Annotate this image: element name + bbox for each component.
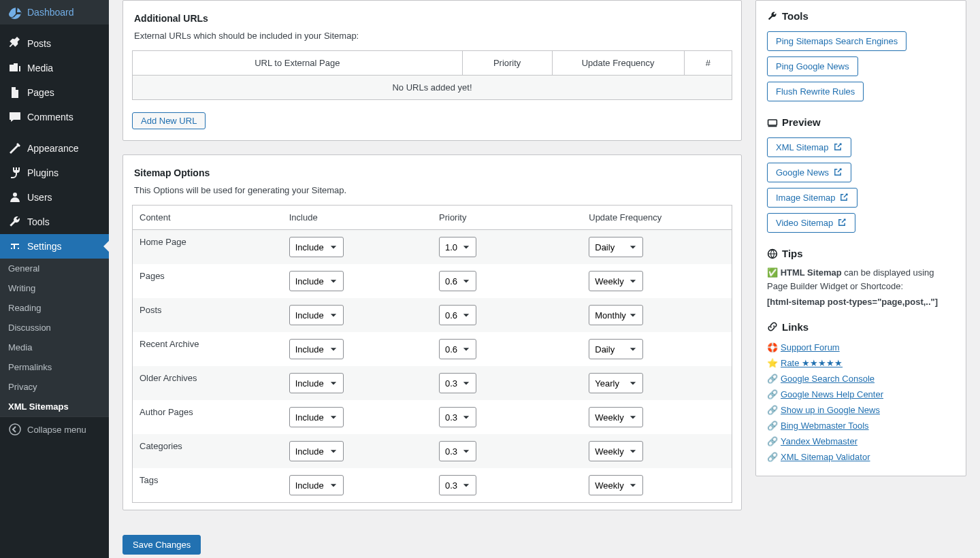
sidebar-item-plugins[interactable]: Plugins: [0, 161, 109, 185]
sidebar-item-label: Media: [27, 63, 53, 73]
preview-icon: [767, 117, 778, 128]
external-link[interactable]: Support Forum: [781, 342, 840, 352]
sidebar-item-users[interactable]: Users: [0, 185, 109, 210]
include-select[interactable]: Include: [289, 237, 344, 257]
external-link-icon: [833, 142, 843, 152]
sidebar-item-label: Users: [27, 192, 52, 203]
sidebar-item-label: Plugins: [27, 167, 59, 178]
sidebar-item-dashboard[interactable]: Dashboard: [0, 0, 109, 24]
col-include: Include: [282, 206, 432, 230]
sidebar-item-pages[interactable]: Pages: [0, 80, 109, 105]
external-link[interactable]: Google News Help Center: [781, 389, 883, 399]
sidebar-item-appearance[interactable]: Appearance: [0, 136, 109, 161]
box-description: External URLs which should be included i…: [123, 29, 741, 48]
sidebar-item-label: Dashboard: [27, 7, 74, 18]
table-row: CategoriesInclude0.3Weekly: [133, 434, 732, 468]
ping-sitemaps-button[interactable]: Ping Sitemaps Search Engines: [767, 31, 906, 51]
preview-heading: Preview: [767, 116, 955, 128]
right-sidebar: Tools Ping Sitemaps Search Engines Ping …: [755, 0, 980, 558]
submenu-discussion[interactable]: Discussion: [0, 318, 109, 338]
ping-google-news-button[interactable]: Ping Google News: [767, 56, 858, 76]
submenu-writing[interactable]: Writing: [0, 278, 109, 298]
include-select[interactable]: Include: [289, 339, 344, 359]
col-hash: #: [684, 51, 732, 76]
link-item-icon: ⭐: [767, 358, 778, 368]
priority-select[interactable]: 0.3: [439, 373, 476, 393]
external-link[interactable]: Google Search Console: [781, 374, 875, 384]
comments-icon: [8, 110, 22, 124]
sidebar-item-label: Settings: [27, 241, 62, 252]
sidebar-item-tools[interactable]: Tools: [0, 210, 109, 234]
include-select[interactable]: Include: [289, 271, 344, 291]
priority-select[interactable]: 1.0: [439, 237, 476, 257]
col-content: Content: [133, 206, 282, 230]
plugins-icon: [8, 166, 22, 180]
frequency-select[interactable]: Weekly: [589, 407, 643, 427]
frequency-select[interactable]: Weekly: [589, 271, 643, 291]
submenu-xml-sitemaps[interactable]: XML Sitemaps: [0, 397, 109, 416]
priority-select[interactable]: 0.6: [439, 305, 476, 325]
preview-link[interactable]: XML Sitemap: [767, 137, 851, 157]
external-link[interactable]: Bing Webmaster Tools: [781, 421, 869, 431]
include-select[interactable]: Include: [289, 407, 344, 427]
right-panel: Tools Ping Sitemaps Search Engines Ping …: [755, 0, 966, 476]
links-list: 🛟Support Forum⭐Rate ★★★★★🔗Google Search …: [767, 340, 955, 465]
sidebar-item-posts[interactable]: Posts: [0, 31, 109, 56]
frequency-select[interactable]: Daily: [589, 237, 643, 257]
collapse-label: Collapse menu: [27, 425, 86, 435]
preview-link[interactable]: Image Sitemap: [767, 188, 858, 208]
tip-text: ✅ HTML Sitemap can be displayed using Pa…: [767, 266, 955, 309]
sitemap-options-table: Content Include Priority Update Frequenc…: [132, 205, 732, 503]
table-row: Older ArchivesInclude0.3Yearly: [133, 366, 732, 400]
svg-point-0: [10, 424, 20, 435]
sidebar-item-comments[interactable]: Comments: [0, 105, 109, 129]
content-cell: Posts: [133, 298, 282, 332]
table-row: Home PageInclude1.0Daily: [133, 230, 732, 265]
external-link-icon: [833, 167, 843, 177]
priority-select[interactable]: 0.3: [439, 475, 476, 495]
link-item-icon: 🔗: [767, 405, 778, 415]
frequency-select[interactable]: Yearly: [589, 373, 643, 393]
priority-select[interactable]: 0.6: [439, 271, 476, 291]
frequency-select[interactable]: Weekly: [589, 475, 643, 495]
link-item-icon: 🔗: [767, 421, 778, 431]
include-select[interactable]: Include: [289, 373, 344, 393]
box-title: Sitemap Options: [123, 162, 741, 184]
collapse-menu[interactable]: Collapse menu: [0, 416, 109, 442]
submenu-reading[interactable]: Reading: [0, 298, 109, 318]
include-select[interactable]: Include: [289, 441, 344, 461]
save-changes-button[interactable]: Save Changes: [122, 535, 201, 555]
priority-select[interactable]: 0.3: [439, 407, 476, 427]
priority-select[interactable]: 0.6: [439, 339, 476, 359]
link-item-icon: 🔗: [767, 374, 778, 384]
include-select[interactable]: Include: [289, 475, 344, 495]
external-link[interactable]: Rate ★★★★★: [781, 358, 843, 368]
submenu-privacy[interactable]: Privacy: [0, 377, 109, 397]
external-link[interactable]: XML Sitemap Validator: [781, 452, 870, 462]
sitemap-options-box: Sitemap Options This Options will be use…: [122, 154, 742, 510]
priority-select[interactable]: 0.3: [439, 441, 476, 461]
frequency-select[interactable]: Daily: [589, 339, 643, 359]
preview-link[interactable]: Video Sitemap: [767, 213, 855, 233]
preview-link[interactable]: Google News: [767, 163, 851, 182]
flush-rewrite-button[interactable]: Flush Rewrite Rules: [767, 82, 864, 101]
frequency-select[interactable]: Monthly: [589, 305, 643, 325]
submenu-media[interactable]: Media: [0, 338, 109, 357]
add-new-url-button[interactable]: Add New URL: [132, 112, 206, 129]
frequency-select[interactable]: Weekly: [589, 441, 643, 461]
sidebar-item-settings[interactable]: Settings: [0, 234, 109, 259]
admin-sidebar: Dashboard Posts Media Pages Comments App…: [0, 0, 109, 558]
submenu-general[interactable]: General: [0, 259, 109, 278]
content-cell: Tags: [133, 468, 282, 503]
col-priority: Priority: [462, 51, 552, 76]
col-frequency: Update Frequency: [552, 51, 684, 76]
submenu-permalinks[interactable]: Permalinks: [0, 357, 109, 377]
include-select[interactable]: Include: [289, 305, 344, 325]
external-link[interactable]: Show up in Google News: [781, 405, 880, 415]
box-title: Additional URLs: [123, 7, 741, 29]
external-link[interactable]: Yandex Webmaster: [781, 436, 858, 446]
list-item: 🔗Bing Webmaster Tools: [767, 418, 955, 433]
tools-icon: [8, 215, 22, 229]
sidebar-item-media[interactable]: Media: [0, 56, 109, 80]
link-item-icon: 🔗: [767, 452, 778, 462]
